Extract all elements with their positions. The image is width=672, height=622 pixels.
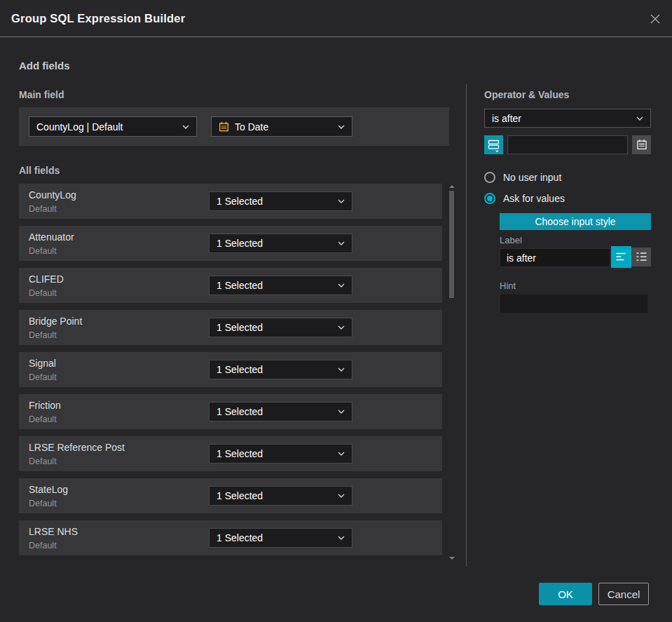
list-item: LRSE Reference PostDefault1 Selected xyxy=(19,436,442,471)
group-sql-expression-builder-dialog: Group SQL Expression Builder Add fields … xyxy=(0,0,672,622)
dialog-titlebar: Group SQL Expression Builder xyxy=(0,0,672,37)
radio-label: No user input xyxy=(503,172,561,183)
chevron-down-icon xyxy=(338,536,345,540)
dialog-title: Group SQL Expression Builder xyxy=(11,12,185,25)
field-name: StateLog xyxy=(29,484,68,495)
row-selection-dropdown[interactable]: 1 Selected xyxy=(209,360,352,379)
main-field-select-value: CountyLog | Default xyxy=(36,121,123,133)
radio-no-user-input[interactable]: No user input xyxy=(484,172,561,183)
row-selection-value: 1 Selected xyxy=(217,532,263,543)
operator-values-label: Operator & Values xyxy=(484,89,569,100)
scrollbar-down-arrow-icon[interactable] xyxy=(449,557,455,560)
hint-input[interactable] xyxy=(500,294,648,313)
row-selection-value: 1 Selected xyxy=(217,238,263,249)
row-selection-value: 1 Selected xyxy=(217,448,263,459)
field-subtitle: Default xyxy=(29,288,57,298)
field-name: Signal xyxy=(29,358,56,369)
list-item: SignalDefault1 Selected xyxy=(19,352,442,387)
list-item: Bridge PointDefault1 Selected xyxy=(19,310,442,345)
field-name: CountyLog xyxy=(29,189,76,201)
add-fields-heading: Add fields xyxy=(19,60,70,72)
row-selection-dropdown[interactable]: 1 Selected xyxy=(209,191,352,211)
row-selection-value: 1 Selected xyxy=(217,406,263,417)
hint-field-label: Hint xyxy=(500,280,516,291)
chevron-down-icon xyxy=(338,283,345,288)
chevron-down-icon xyxy=(182,125,189,129)
row-selection-dropdown[interactable]: 1 Selected xyxy=(209,276,352,295)
date-function-select-value: To Date xyxy=(235,121,268,133)
label-field-label: Label xyxy=(500,235,522,245)
close-icon[interactable] xyxy=(647,11,663,27)
scrollbar-up-arrow-icon[interactable] xyxy=(449,185,455,188)
chevron-down-icon xyxy=(338,367,345,372)
list-item: CountyLogDefault1 Selected xyxy=(19,184,442,219)
field-name: Attenuator xyxy=(29,231,74,243)
radio-ask-for-values[interactable]: Ask for values xyxy=(484,193,565,204)
field-name: LRSE Reference Post xyxy=(29,442,125,453)
radio-circle-icon xyxy=(484,172,495,183)
field-subtitle: Default xyxy=(29,499,57,508)
chevron-down-icon xyxy=(338,125,345,129)
list-item: StateLogDefault1 Selected xyxy=(19,478,442,513)
date-value-input[interactable] xyxy=(507,135,628,154)
field-name: LRSE NHS xyxy=(29,526,78,537)
label-input[interactable] xyxy=(500,248,610,267)
field-name: CLIFED xyxy=(29,273,64,285)
list-style-toggle[interactable] xyxy=(631,248,651,266)
field-subtitle: Default xyxy=(29,204,57,214)
field-subtitle: Default xyxy=(29,246,57,256)
row-selection-dropdown[interactable]: 1 Selected xyxy=(209,234,352,253)
row-selection-dropdown[interactable]: 1 Selected xyxy=(209,444,352,464)
chevron-down-icon xyxy=(338,199,345,203)
all-fields-label: All fields xyxy=(19,165,60,176)
field-subtitle: Default xyxy=(29,414,57,424)
single-value-style-toggle[interactable] xyxy=(611,246,631,268)
operator-select-value: is after xyxy=(492,113,521,124)
row-selection-dropdown[interactable]: 1 Selected xyxy=(209,318,352,337)
row-selection-value: 1 Selected xyxy=(217,280,263,291)
chevron-down-icon xyxy=(338,241,345,245)
chevron-down-icon xyxy=(338,410,345,414)
field-name: Bridge Point xyxy=(29,316,82,327)
chevron-down-icon xyxy=(338,494,345,498)
list-item: LRSE NHSDefault1 Selected xyxy=(19,520,442,555)
field-subtitle: Default xyxy=(29,372,57,382)
list-item: FrictionDefault1 Selected xyxy=(19,394,442,429)
chevron-down-icon xyxy=(338,325,345,330)
list-item: CLIFEDDefault1 Selected xyxy=(19,268,442,303)
radio-label: Ask for values xyxy=(503,193,565,204)
ok-button[interactable]: OK xyxy=(539,583,592,605)
row-selection-dropdown[interactable]: 1 Selected xyxy=(209,528,352,548)
vertical-divider xyxy=(466,84,467,567)
field-values-picker-button[interactable] xyxy=(484,135,503,154)
operator-select[interactable]: is after xyxy=(484,109,651,128)
radio-circle-selected-icon xyxy=(484,193,495,204)
chevron-down-icon xyxy=(636,116,643,121)
calendar-gold-icon xyxy=(219,121,229,133)
date-function-select[interactable]: To Date xyxy=(211,116,352,137)
choose-input-style-button[interactable]: Choose input style xyxy=(500,213,651,230)
main-field-label: Main field xyxy=(19,89,64,100)
cancel-button[interactable]: Cancel xyxy=(598,583,649,605)
row-selection-value: 1 Selected xyxy=(217,322,263,333)
main-field-select[interactable]: CountyLog | Default xyxy=(29,116,197,137)
calendar-picker-button[interactable] xyxy=(632,135,651,154)
row-selection-value: 1 Selected xyxy=(217,490,263,501)
field-name: Friction xyxy=(29,400,61,411)
row-selection-value: 1 Selected xyxy=(217,196,263,207)
row-selection-value: 1 Selected xyxy=(217,364,263,375)
scrollbar-thumb[interactable] xyxy=(449,191,454,298)
list-item: AttenuatorDefault1 Selected xyxy=(19,226,442,261)
field-subtitle: Default xyxy=(29,541,57,550)
row-selection-dropdown[interactable]: 1 Selected xyxy=(209,402,352,421)
chevron-down-icon xyxy=(338,452,345,456)
field-subtitle: Default xyxy=(29,330,57,340)
main-field-panel: CountyLog | Default To Date xyxy=(19,107,449,146)
field-subtitle: Default xyxy=(29,457,57,466)
row-selection-dropdown[interactable]: 1 Selected xyxy=(209,486,352,506)
all-fields-list: CountyLogDefault1 SelectedAttenuatorDefa… xyxy=(19,184,442,562)
